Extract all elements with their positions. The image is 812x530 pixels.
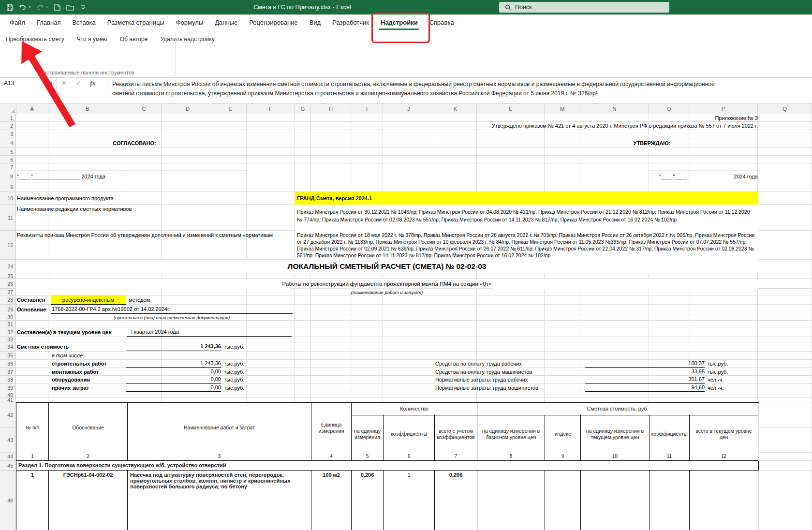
header-qty-total[interactable]: всего с учетом коэффициентов [435,415,477,453]
enter-icon[interactable]: ✓ [71,79,86,87]
column-number-6[interactable]: 6 [384,453,435,461]
item-name[interactable]: Насечка под штукатурку поверхностей стен… [128,471,311,530]
cell-right-unit-0[interactable]: тыс.руб. [708,360,728,368]
cell-level-value[interactable]: I квартал 2024 года [127,327,292,337]
tab-formulas[interactable]: Формулы [170,15,209,30]
redo-icon[interactable] [36,3,44,11]
row-header-36[interactable]: 36 [0,360,16,368]
cell-norms-value[interactable]: Приказ Минстроя России от 30.12.2021 № 1… [295,205,758,231]
column-number-7[interactable]: 7 [435,453,477,461]
save-icon[interactable] [6,3,14,11]
row-header-2[interactable]: 2 [0,122,16,130]
column-number-1[interactable]: 1 [16,453,49,461]
header-quantity-group[interactable]: Количество [352,403,477,415]
cell-left-label-0[interactable]: строительных работ [52,360,107,368]
cell-right-label-1[interactable]: Средства на оплату труда машинистов [435,368,532,376]
cell-level-label[interactable]: Составлен(а) в текущем уровне цен [17,327,112,337]
row-header-3[interactable]: 3 [0,130,16,138]
row-header-27[interactable]: 27 [0,289,16,295]
cancel-icon[interactable]: ✕ [57,79,71,87]
cell-left-label-2[interactable]: оборудования [52,376,90,384]
column-header-N[interactable]: N [580,103,649,114]
column-header-J[interactable]: J [383,103,434,114]
row-header-6[interactable]: 6 [0,156,16,163]
column-number-3[interactable]: 3 [128,453,311,461]
cell-estimate-title[interactable]: ЛОКАЛЬНЫЙ СМЕТНЫЙ РАСЧЕТ (СМЕТА) № 02-02… [16,260,758,273]
row-header-11[interactable]: 11 [0,205,16,231]
name-box[interactable]: A13 ▼ [0,78,57,103]
header-justification[interactable]: Обоснование [49,403,128,453]
tab-file[interactable]: Файл [4,15,31,30]
column-header-F[interactable]: F [247,103,295,114]
cell-right-value-1[interactable]: 33,95 [585,368,705,375]
row-header-10[interactable]: 10 [0,192,16,205]
redo-dropdown-icon[interactable]: ▾ [46,5,48,9]
item-cost-coef[interactable] [650,471,690,530]
column-header-K[interactable]: K [434,103,477,114]
row-header-9[interactable]: 9 [0,182,16,192]
column-header-P[interactable]: P [689,103,758,114]
tab-help[interactable]: Справка [424,15,460,30]
cell-date-left[interactable]: "____"________________ 2024 года [17,171,105,182]
row-header-26[interactable]: 26 [0,279,16,289]
cell-osnovanie-value[interactable]: 1768-2022-00-ГР4.2 арх.№19602 от 14.02.2… [51,305,293,314]
cell-left-value-3[interactable]: 0,00 [126,384,221,392]
row-header-4[interactable]: 4 [0,138,16,148]
cell-right-unit-1[interactable]: тыс.руб. [708,368,728,376]
row-header-32[interactable]: 32 [0,327,16,337]
row-header-33[interactable]: 33 [0,337,16,342]
column-header-H[interactable]: H [311,103,351,114]
item-qty-total[interactable]: 0,206 [435,471,477,530]
cell-orders-value[interactable]: Приказ Минстроя России от 18 мая 2022 г.… [295,231,758,260]
column-header-B[interactable]: B [48,103,127,114]
row-header-44[interactable]: 44 [0,453,16,461]
column-header-I[interactable]: I [351,103,383,114]
cell-cost-value[interactable]: 1 243,36 [126,342,221,351]
select-all-button[interactable] [0,103,16,114]
open-folder-icon[interactable] [66,3,74,11]
column-number-8[interactable]: 8 [477,453,545,461]
search-box[interactable]: Поиск [499,2,669,13]
cell-product-label[interactable]: Наименование программного продукта [17,192,114,205]
row-header-39[interactable]: 39 [0,384,16,392]
cell-left-label-3[interactable]: прочих затрат [52,384,89,392]
tab-review[interactable]: Рецензирование [243,15,303,30]
header-index[interactable]: индекс [545,415,581,453]
column-number-2[interactable]: 2 [49,453,128,461]
qat-customize-icon[interactable] [79,3,87,11]
cell-left-value-2[interactable]: 0,00 [126,376,221,383]
column-number-12[interactable]: 12 [690,453,758,461]
header-qty-coef[interactable]: коэффициенты [384,415,435,453]
header-cost-group[interactable]: Сметная стоимость, руб. [477,403,758,415]
cell-including[interactable]: в том числе: [52,352,84,360]
cell-right-value-3[interactable]: 94,60 [585,384,705,392]
row-header-1[interactable]: 1 [0,114,16,122]
cell-left-value-0[interactable]: 1 243,36 [126,360,221,368]
row-header-24[interactable]: 24 [0,260,16,273]
undo-icon[interactable] [19,3,27,11]
column-header-O[interactable]: O [649,103,689,114]
row-header-45[interactable]: 45 [0,461,16,471]
row-header-38[interactable]: 38 [0,376,16,384]
tab-view[interactable]: Вид [304,15,327,30]
cell-date-right-blank[interactable]: "____"____ [659,171,687,182]
cell-sostavlen-label[interactable]: Составлен [17,295,45,305]
item-unit[interactable]: 100 м2 [311,471,352,530]
column-header-L[interactable]: L [477,103,545,114]
tab-home[interactable]: Главная [31,15,66,30]
header-cost-total[interactable]: всего в текущем уровне цен [690,415,758,453]
item-justification[interactable]: ГЭСНр61-04-002-02 [49,471,128,530]
column-number-10[interactable]: 10 [581,453,650,461]
cell-right-unit-3[interactable]: чел.-ч. [708,384,723,392]
cell-left-value-1[interactable]: 0,00 [126,368,221,375]
convert-estimate-button[interactable]: Преобразовать смету [4,34,66,44]
column-header-G[interactable]: G [295,103,311,114]
cell-cost-unit[interactable]: тыс.руб. [224,342,244,352]
tab-page-layout[interactable]: Разметка страницы [102,15,170,30]
what-i-can-do-button[interactable]: Что я умею [75,34,109,44]
cell-osnovanie-note[interactable]: (проектная и (или) иная техническая доку… [51,314,293,321]
name-box-dropdown-icon[interactable]: ▼ [49,81,53,85]
cell-cost-label[interactable]: Сметная стоимость [17,342,69,352]
sheet-grid[interactable]: Приложение № 3 Утверждено приказом № 421… [16,114,812,530]
row-header-43[interactable]: 43 [0,427,16,453]
